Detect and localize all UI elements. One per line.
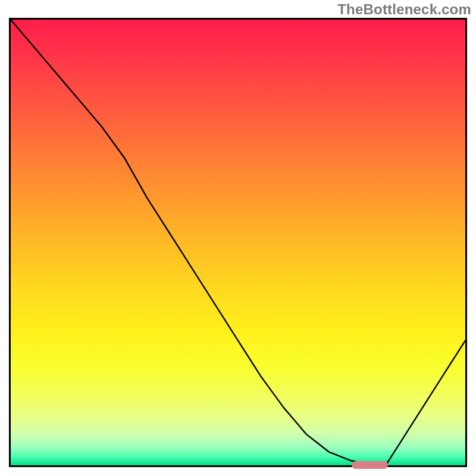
chart-stage: TheBottleneck.com: [0, 0, 476, 476]
optimal-range-marker: [352, 461, 388, 469]
bottleneck-curve: [11, 20, 465, 465]
curve-layer: [11, 20, 465, 465]
watermark-text: TheBottleneck.com: [337, 1, 471, 18]
plot-frame: [9, 18, 467, 467]
